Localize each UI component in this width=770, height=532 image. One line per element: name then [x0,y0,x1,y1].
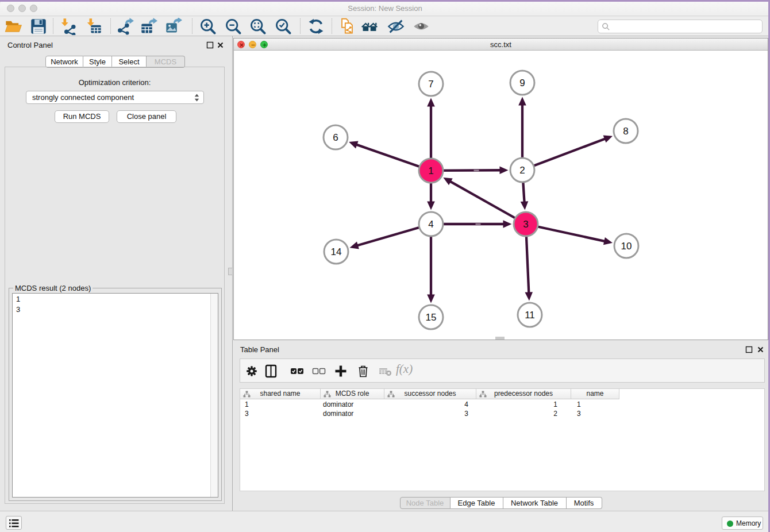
plus-icon [333,364,348,379]
minimize-window-button[interactable] [18,5,26,12]
zoom-out-button[interactable] [225,18,242,35]
zoom-in-button[interactable] [199,18,217,35]
cell-MCDS-role: dominator [321,400,384,409]
delete-table-button[interactable] [378,364,393,379]
mcds-result-group: MCDS result (2 nodes) 13 [9,288,222,501]
table-toolbar: f(x) [240,358,765,383]
graph-node-7[interactable]: 7 [419,72,443,96]
close-window-button[interactable] [7,5,14,12]
table-settings-button[interactable] [244,364,259,379]
panel-divider-handle[interactable] [228,268,233,275]
tab-mcds[interactable]: MCDS [147,56,185,68]
column-header-predecessor-nodes[interactable]: predecessor nodes [476,389,571,399]
edge-arrowhead [521,201,529,210]
edge-label-mark [474,170,479,171]
control-panel-title: Control Panel [7,41,53,49]
unselect-all-columns-button[interactable] [311,364,326,379]
minimize-view-button[interactable] [249,41,256,48]
criterion-select[interactable]: strongly connected component [26,91,204,104]
tab-network-table[interactable]: Network Table [503,497,567,509]
graph-edge-3-1[interactable] [450,181,526,224]
open-session-button[interactable] [5,18,22,35]
export-table-button[interactable] [140,18,157,35]
cell-successor-nodes: 3 [384,409,476,418]
zoom-fit-button[interactable] [249,18,267,35]
first-neighbors-button[interactable] [361,18,378,35]
memory-label: Memory [736,519,761,527]
result-scrollbar[interactable] [210,294,218,497]
canvas-scrollbar-thumb[interactable] [495,337,505,340]
add-column-button[interactable] [333,364,348,379]
delete-column-button[interactable] [356,364,371,379]
tab-network[interactable]: Network [45,56,83,68]
houses-icon [361,18,378,35]
hide-selected-button[interactable] [387,18,405,35]
tab-edge-table[interactable]: Edge Table [451,497,503,509]
graph-node-15[interactable]: 15 [419,305,443,329]
edge-arrowhead [603,237,613,245]
save-session-button[interactable] [30,18,47,35]
import-network-button[interactable] [59,18,76,35]
close-table-panel-icon[interactable] [757,346,764,353]
tab-motifs[interactable]: Motifs [567,497,602,509]
import-table-button[interactable] [85,18,102,35]
column-header-shared-name[interactable]: shared name [240,389,321,399]
edge-arrowhead [349,141,358,149]
close-view-button[interactable] [237,41,245,48]
float-panel-icon[interactable] [206,41,214,49]
cell-name: 3 [571,409,619,418]
graph-node-4[interactable]: 4 [419,212,443,236]
search-input[interactable] [612,21,756,32]
node-table: shared nameMCDS rolesuccessor nodesprede… [240,388,765,491]
graph-node-6[interactable]: 6 [324,125,348,149]
table-row[interactable]: 3dominator323 [240,409,764,418]
network-canvas[interactable]: 7968124314101511 [234,51,768,340]
graph-node-3[interactable]: 3 [514,212,538,236]
table-row[interactable]: 1dominator411 [240,400,764,409]
close-panel-button[interactable]: Close panel [117,110,176,123]
graph-node-10[interactable]: 10 [614,234,638,258]
svg-text:14: 14 [331,246,342,257]
task-history-button[interactable] [6,516,22,530]
graph-node-11[interactable]: 11 [518,303,542,327]
tab-node-table[interactable]: Node Table [400,497,451,509]
unchecked-boxes-icon [311,364,326,379]
desktop-edge-top [0,0,770,2]
tab-select[interactable]: Select [112,56,147,68]
show-all-button[interactable] [413,18,430,35]
svg-text:2: 2 [519,165,525,176]
graph-node-1[interactable]: 1 [419,159,443,183]
gear-icon [244,364,259,379]
zoom-selected-button[interactable] [275,18,292,35]
zoom-window-button[interactable] [30,5,37,12]
network-from-file-button[interactable] [340,18,357,35]
column-header-name[interactable]: name [571,389,619,399]
optimization-criterion-label: Optimization criterion: [5,78,224,87]
column-layout-button[interactable] [264,364,279,379]
column-header-successor-nodes[interactable]: successor nodes [384,389,476,399]
table-panel-title: Table Panel [240,345,279,354]
maximize-view-button[interactable] [260,41,268,48]
graph-node-9[interactable]: 9 [510,71,534,95]
graph-node-14[interactable]: 14 [324,240,348,264]
export-table-icon [140,18,157,35]
function-builder-button[interactable]: f(x) [396,362,413,376]
export-image-button[interactable] [165,18,182,35]
export-image-icon [165,18,182,35]
column-header-MCDS-role[interactable]: MCDS role [321,389,384,399]
control-panel: Control Panel NetworkStyleSelectMCDS Opt… [0,36,226,511]
graph-node-2[interactable]: 2 [510,158,534,182]
graph-node-8[interactable]: 8 [614,119,638,143]
memory-button[interactable]: Memory [722,516,763,530]
float-table-panel-icon[interactable] [745,346,753,353]
refresh-button[interactable] [307,18,325,35]
tab-style[interactable]: Style [83,56,112,68]
close-panel-icon[interactable] [217,41,224,49]
export-network-icon [117,18,134,35]
graph-edge-2-8[interactable] [522,138,606,170]
select-all-columns-button[interactable] [290,364,305,379]
run-mcds-button[interactable]: Run MCDS [55,110,109,123]
window-title: Session: New Session [0,0,770,17]
refresh-icon [307,18,325,35]
export-network-button[interactable] [117,18,134,35]
